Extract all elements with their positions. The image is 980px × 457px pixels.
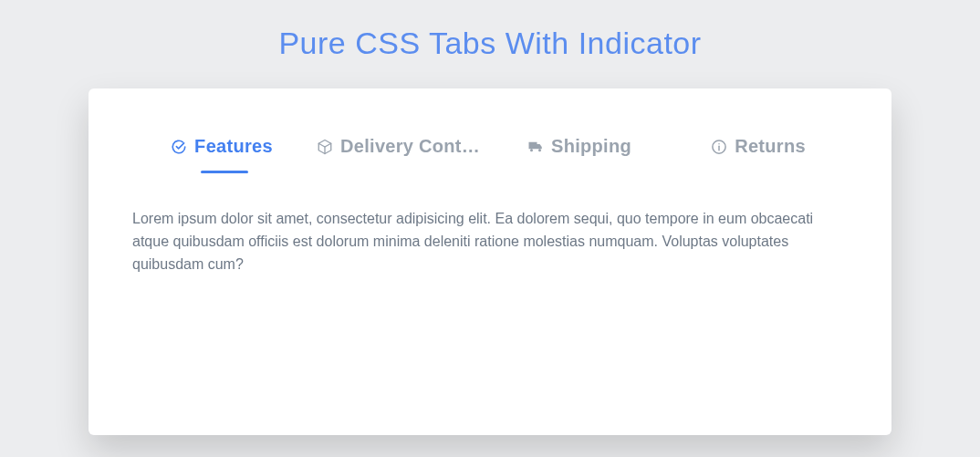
tab-label: Delivery Conte... <box>340 136 485 157</box>
tab-delivery-contents[interactable]: Delivery Conte... <box>311 134 490 173</box>
tab-content: Lorem ipsum dolor sit amet, consectetur … <box>132 173 848 275</box>
tab-label: Features <box>194 136 273 157</box>
active-tab-indicator <box>201 171 248 173</box>
check-circle-icon <box>171 139 187 155</box>
svg-point-2 <box>718 142 720 144</box>
tab-features[interactable]: Features <box>132 134 311 173</box>
page-title: Pure CSS Tabs With Indicator <box>0 0 980 61</box>
info-icon <box>711 139 727 155</box>
tab-returns[interactable]: Returns <box>669 134 848 173</box>
tabs-nav: Features Delivery Conte... Shipping <box>132 134 848 173</box>
tabs-card: Features Delivery Conte... Shipping <box>89 88 891 435</box>
tab-label: Shipping <box>551 136 631 157</box>
tab-label: Returns <box>735 136 806 157</box>
box-icon <box>317 139 333 155</box>
tab-shipping[interactable]: Shipping <box>490 134 669 173</box>
truck-icon <box>527 139 544 155</box>
